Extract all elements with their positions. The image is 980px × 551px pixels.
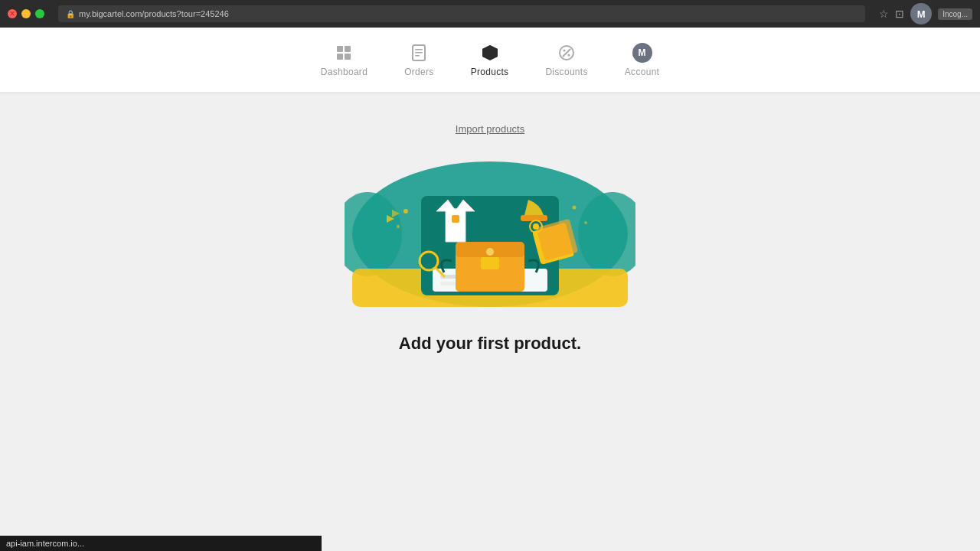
profile-avatar[interactable]: M — [910, 3, 932, 24]
top-navigation: Dashboard Orders Products — [0, 28, 980, 93]
nav-item-products[interactable]: Products — [452, 33, 528, 86]
maximize-window-button[interactable] — [35, 9, 44, 18]
address-bar[interactable]: 🔒 my.bigcartel.com/products?tour=245246 — [58, 5, 865, 22]
browser-action-buttons: ☆ ⊡ M Incog... — [879, 3, 972, 24]
svg-rect-2 — [337, 54, 343, 60]
svg-point-11 — [564, 50, 566, 52]
svg-point-8 — [488, 51, 492, 55]
empty-state-illustration — [345, 150, 635, 318]
close-icon: ✕ — [9, 11, 15, 18]
discounts-label: Discounts — [545, 67, 587, 77]
svg-rect-3 — [345, 54, 351, 60]
dashboard-label: Dashboard — [321, 67, 368, 77]
url-text: my.bigcartel.com/products?tour=245246 — [79, 9, 229, 18]
account-label: Account — [625, 67, 659, 77]
svg-point-32 — [533, 223, 539, 230]
browser-window-controls: ✕ — [8, 9, 44, 18]
status-text: api-iam.intercom.io... — [6, 539, 84, 548]
main-content: Import products — [0, 93, 980, 551]
svg-point-33 — [403, 209, 408, 214]
svg-rect-25 — [452, 215, 459, 223]
products-label: Products — [471, 67, 509, 77]
lock-icon: 🔒 — [66, 10, 75, 18]
star-icon[interactable]: ☆ — [879, 8, 889, 20]
orders-label: Orders — [404, 67, 433, 77]
orders-icon — [408, 42, 430, 64]
svg-point-34 — [397, 225, 400, 228]
svg-rect-6 — [415, 52, 423, 54]
incognito-badge: Incog... — [938, 8, 972, 20]
svg-rect-23 — [481, 257, 499, 269]
nav-item-discounts[interactable]: Discounts — [527, 33, 606, 86]
cast-icon[interactable]: ⊡ — [895, 8, 904, 20]
discounts-icon — [556, 42, 577, 64]
dashboard-icon — [333, 42, 354, 64]
svg-point-24 — [486, 248, 494, 256]
account-icon: M — [632, 42, 653, 64]
products-icon — [479, 42, 501, 64]
nav-item-dashboard[interactable]: Dashboard — [302, 33, 386, 86]
svg-point-36 — [584, 221, 587, 224]
svg-rect-5 — [415, 49, 423, 51]
app-container: Dashboard Orders Products — [0, 28, 980, 551]
browser-chrome: ✕ 🔒 my.bigcartel.com/products?tour=24524… — [0, 0, 980, 28]
nav-item-orders[interactable]: Orders — [386, 33, 452, 86]
import-products-link[interactable]: Import products — [456, 123, 524, 135]
account-avatar: M — [632, 43, 652, 63]
minimize-window-button[interactable] — [21, 9, 31, 18]
nav-item-account[interactable]: M Account — [606, 33, 678, 86]
status-bar: api-iam.intercom.io... — [0, 536, 322, 551]
svg-rect-7 — [415, 55, 420, 57]
svg-point-12 — [568, 54, 570, 57]
empty-state-title: Add your first product. — [399, 334, 581, 354]
svg-rect-0 — [337, 46, 343, 52]
svg-point-35 — [573, 206, 577, 210]
close-window-button[interactable]: ✕ — [8, 9, 17, 18]
svg-rect-1 — [345, 46, 351, 52]
